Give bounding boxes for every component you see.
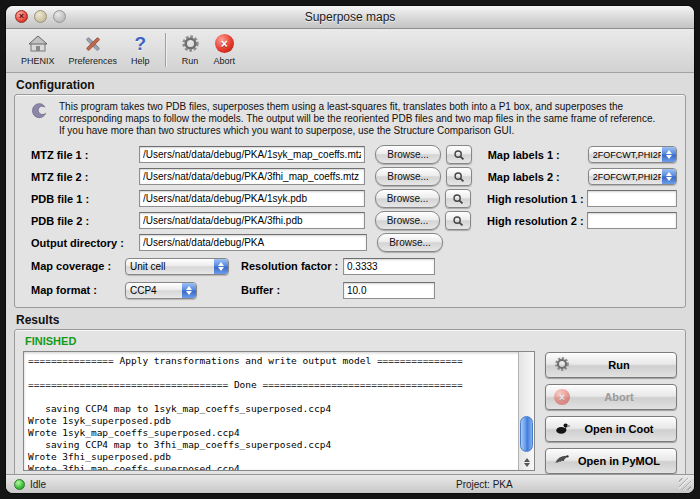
mtz-file-1-row: MTZ file 1 : Browse... Map labels 1 : 2F… <box>31 146 677 163</box>
magnifier-icon <box>453 171 465 183</box>
mtz-file-1-browse-button[interactable]: Browse... <box>375 145 441 164</box>
output-directory-row: Output directory : Browse... <box>31 234 677 251</box>
dropdown-arrows-icon <box>662 169 676 184</box>
toolbar-preferences-button[interactable]: Preferences <box>62 31 125 66</box>
toolbar-phenix-button[interactable]: PHENIX <box>14 31 62 66</box>
toolbar-run-button[interactable]: Run <box>174 31 207 66</box>
results-panel: FINISHED =============== Apply transform… <box>14 329 686 474</box>
output-directory-browse-button[interactable]: Browse... <box>377 233 443 252</box>
abort-button-label: Abort <box>570 391 668 403</box>
run-button-label: Run <box>570 359 668 371</box>
mtz-file-1-view-button[interactable] <box>446 145 472 164</box>
pdb-file-1-label: PDB file 1 : <box>31 193 139 205</box>
configuration-section-title: Configuration <box>16 78 694 92</box>
map-format-row: Map format : CCP4 Buffer : <box>31 281 677 299</box>
abort-icon: × <box>554 389 570 405</box>
help-icon: ? <box>135 32 147 55</box>
magnifier-icon <box>452 193 464 205</box>
map-labels-1-value: 2FOFCWT,PHI2FOF... <box>593 150 661 160</box>
buffer-label: Buffer : <box>241 284 343 296</box>
mtz-file-2-browse-button[interactable]: Browse... <box>375 167 441 186</box>
magnifier-icon <box>452 215 464 227</box>
pdb-file-2-input[interactable] <box>139 212 365 229</box>
map-labels-1-label: Map labels 1 : <box>488 149 588 161</box>
status-finished-label: FINISHED <box>25 335 677 347</box>
toolbar-phenix-label: PHENIX <box>21 56 55 66</box>
map-labels-2-dropdown[interactable]: 2FOFCWT,PHI2FOF... <box>588 168 677 185</box>
run-gear-icon <box>181 32 200 55</box>
pdb-file-1-view-button[interactable] <box>445 189 471 208</box>
pdb-file-2-view-button[interactable] <box>445 211 471 230</box>
abort-button[interactable]: × Abort <box>545 384 677 410</box>
pdb-file-1-row: PDB file 1 : Browse... High resolution 1… <box>31 190 677 207</box>
pdb-file-2-row: PDB file 2 : Browse... High resolution 2… <box>31 212 677 229</box>
resize-grip[interactable] <box>679 478 691 490</box>
program-description: This program takes two PDB files, superp… <box>59 101 661 137</box>
mtz-file-1-input[interactable] <box>139 146 365 163</box>
action-buttons: Run × Abort <box>545 351 677 474</box>
map-labels-2-value: 2FOFCWT,PHI2FOF... <box>593 172 661 182</box>
high-resolution-2-label: High resolution 2 : <box>487 215 587 227</box>
toolbar-abort-label: Abort <box>214 56 236 66</box>
map-coverage-label: Map coverage : <box>31 260 125 272</box>
open-in-coot-button[interactable]: Open in Coot <box>545 416 677 442</box>
output-directory-label: Output directory : <box>31 237 139 249</box>
resolution-factor-label: Resolution factor : <box>241 260 343 272</box>
window-title: Superpose maps <box>6 10 694 24</box>
pdb-file-1-input[interactable] <box>139 190 365 207</box>
open-in-coot-label: Open in Coot <box>570 423 668 435</box>
toolbar: PHENIX Preferences ? Help Run <box>6 29 694 73</box>
magnifier-icon <box>453 149 465 161</box>
titlebar[interactable]: × Superpose maps <box>6 6 694 29</box>
map-format-dropdown[interactable]: CCP4 <box>125 282 197 299</box>
output-console[interactable]: =============== Apply transformations an… <box>23 351 535 471</box>
high-resolution-1-input[interactable] <box>587 190 677 207</box>
scrollbar-arrows-icon[interactable] <box>519 456 534 469</box>
toolbar-abort-button[interactable]: × Abort <box>207 31 243 66</box>
map-coverage-dropdown[interactable]: Unit cell <box>125 258 229 275</box>
configuration-panel: This program takes two PDB files, superp… <box>14 94 686 308</box>
phenix-info-icon <box>29 101 50 126</box>
statusbar: Idle Project: PKA <box>6 474 694 493</box>
mtz-file-2-row: MTZ file 2 : Browse... Map labels 2 : 2F… <box>31 168 677 185</box>
scrollbar-thumb[interactable] <box>520 416 533 452</box>
project-label: Project: PKA <box>456 479 513 490</box>
mtz-file-2-label: MTZ file 2 : <box>31 171 139 183</box>
toolbar-run-label: Run <box>182 56 199 66</box>
status-text: Idle <box>30 479 46 490</box>
run-gear-icon <box>554 356 570 374</box>
mtz-file-2-input[interactable] <box>139 168 365 185</box>
mtz-file-2-view-button[interactable] <box>446 167 472 186</box>
dropdown-arrows-icon <box>662 147 676 162</box>
toolbar-preferences-label: Preferences <box>69 56 118 66</box>
high-resolution-1-label: High resolution 1 : <box>487 193 587 205</box>
preferences-tools-icon <box>82 32 104 55</box>
open-in-pymol-label: Open in PyMOL <box>570 455 668 467</box>
buffer-input[interactable] <box>343 282 435 299</box>
resolution-factor-input[interactable] <box>343 258 435 275</box>
pdb-file-1-browse-button[interactable]: Browse... <box>375 189 440 208</box>
abort-icon: × <box>215 32 234 55</box>
pdb-file-2-browse-button[interactable]: Browse... <box>375 211 440 230</box>
results-section-title: Results <box>16 313 694 327</box>
dropdown-arrows-icon <box>182 283 196 298</box>
superpose-maps-window: × Superpose maps PHENIX <box>6 6 694 493</box>
map-labels-2-label: Map labels 2 : <box>488 171 588 183</box>
map-coverage-row: Map coverage : Unit cell Resolution fact… <box>31 257 677 275</box>
pdb-file-2-label: PDB file 2 : <box>31 215 139 227</box>
content-area: Configuration This program takes two PDB… <box>6 73 694 474</box>
map-labels-1-dropdown[interactable]: 2FOFCWT,PHI2FOF... <box>588 146 677 163</box>
run-button[interactable]: Run <box>545 352 677 378</box>
dropdown-arrows-icon <box>214 259 228 274</box>
mtz-file-1-label: MTZ file 1 : <box>31 149 139 161</box>
output-directory-input[interactable] <box>139 234 367 251</box>
toolbar-divider <box>165 33 166 67</box>
map-format-label: Map format : <box>31 284 125 296</box>
coot-bird-icon <box>554 420 570 438</box>
console-text: =============== Apply transformations an… <box>24 352 534 470</box>
console-scrollbar[interactable] <box>518 352 534 470</box>
status-indicator-icon <box>14 479 25 490</box>
toolbar-help-button[interactable]: ? Help <box>124 31 157 66</box>
high-resolution-2-input[interactable] <box>587 212 677 229</box>
open-in-pymol-button[interactable]: Open in PyMOL <box>545 448 677 474</box>
